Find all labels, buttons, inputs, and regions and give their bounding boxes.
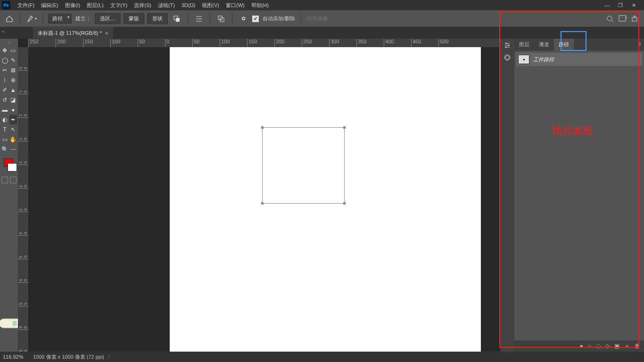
background-swatch[interactable] xyxy=(8,163,17,172)
canvas-area[interactable]: 2502001501005005010015020025030035040045… xyxy=(18,39,500,352)
styles-icon[interactable] xyxy=(504,54,511,61)
adjustments-icon[interactable] xyxy=(504,41,511,49)
menu-file[interactable]: 文件(F) xyxy=(14,1,38,10)
tab-layers[interactable]: 图层 xyxy=(514,39,534,51)
path-item[interactable]: 工作路径 xyxy=(516,53,642,66)
zoom-level[interactable]: 116.92% xyxy=(3,354,29,360)
stroke-path-icon[interactable]: ○ xyxy=(588,343,591,349)
search-icon[interactable] xyxy=(606,15,614,23)
svg-point-4 xyxy=(607,16,612,21)
new-path-icon[interactable]: ＋ xyxy=(624,342,630,350)
rectangle-path[interactable] xyxy=(262,127,345,204)
tab-channels[interactable]: 通道 xyxy=(534,39,554,51)
healing-tool[interactable]: ⊕ xyxy=(9,75,17,85)
menu-image[interactable]: 图像(I) xyxy=(62,1,83,10)
anchor-point[interactable] xyxy=(261,202,264,205)
menu-filter[interactable]: 滤镜(T) xyxy=(155,1,178,10)
auto-add-delete-label: 自动添加/删除 xyxy=(262,15,296,22)
rectangle-tool[interactable]: ▭ xyxy=(1,135,9,144)
maximize-icon[interactable]: ❐ xyxy=(617,2,624,8)
share-icon[interactable] xyxy=(632,15,638,23)
menu-3d[interactable]: 3D(D) xyxy=(178,1,198,9)
chevron-right-icon[interactable]: 〉 xyxy=(108,354,112,360)
fill-path-icon[interactable]: ● xyxy=(580,343,583,349)
path-align-icon[interactable] xyxy=(193,13,205,25)
dodge-tool[interactable]: ◐ xyxy=(1,115,9,124)
document-tab[interactable]: 未标题-1 @ 117%(RGB/8) * ✕ xyxy=(33,27,113,39)
workspace-switcher-icon[interactable] xyxy=(619,15,627,23)
crop-tool[interactable]: ✂ xyxy=(1,66,9,75)
color-swatches[interactable] xyxy=(1,157,17,174)
menu-type[interactable]: 文字(Y) xyxy=(107,1,131,10)
path-select-tool[interactable]: ↖ xyxy=(9,125,17,134)
delete-path-icon[interactable]: 🗑 xyxy=(635,343,640,349)
eyedropper-tool[interactable]: ⁞ xyxy=(1,75,9,85)
load-path-selection-icon[interactable]: ◌ xyxy=(596,343,601,349)
menubar: Ps 文件(F) 编辑(E) 图像(I) 图层(L) 文字(Y) 选择(S) 滤… xyxy=(0,0,644,10)
menu-help[interactable]: 帮助(H) xyxy=(248,1,272,10)
collapse-icon[interactable]: « xyxy=(2,29,4,34)
collapsed-panel-icons xyxy=(500,39,514,352)
add-mask-icon[interactable]: ▣ xyxy=(614,343,619,349)
make-selection-button[interactable]: 选区… xyxy=(95,13,121,24)
annotation-label: 路径面板 xyxy=(552,123,594,138)
path-arrange-icon[interactable] xyxy=(215,13,227,25)
toolbox-expand-handle[interactable]: » xyxy=(1,40,18,45)
zoom-tool[interactable]: 🔍 xyxy=(1,145,9,154)
close-tab-icon[interactable]: ✕ xyxy=(105,31,108,36)
path-item-name: 工作路径 xyxy=(533,56,554,63)
auto-add-delete-checkbox[interactable]: ✔ xyxy=(252,16,259,22)
menu-edit[interactable]: 编辑(E) xyxy=(38,1,62,10)
brush-tool[interactable]: ✐ xyxy=(1,85,9,95)
path-mode-dropdown[interactable]: 路径 xyxy=(48,14,72,24)
svg-point-10 xyxy=(506,43,507,44)
menu-select[interactable]: 选择(S) xyxy=(131,1,155,10)
status-bar: 116.92% 1000 像素 x 1000 像素 (72 ppi) 〉 xyxy=(0,352,644,362)
type-tool[interactable]: T xyxy=(1,125,9,134)
document-info[interactable]: 1000 像素 x 1000 像素 (72 ppi) xyxy=(33,354,104,361)
tab-paths[interactable]: 路径 xyxy=(554,39,574,51)
svg-point-11 xyxy=(508,45,510,46)
paths-panel-body: 工作路径 xyxy=(514,51,644,68)
svg-rect-1 xyxy=(176,18,180,22)
blur-tool[interactable]: ● xyxy=(9,105,17,115)
panel-menu-icon[interactable]: ≡ xyxy=(636,39,644,51)
anchor-point[interactable] xyxy=(343,126,346,129)
pen-tool-preview-icon[interactable]: ▾ xyxy=(25,13,38,25)
create-label: 建立： xyxy=(74,15,92,22)
align-edges-label: 对齐边缘 xyxy=(306,15,329,22)
anchor-point[interactable] xyxy=(261,126,264,129)
menu-layer[interactable]: 图层(L) xyxy=(83,1,107,10)
move-tool[interactable]: ✥ xyxy=(1,46,9,55)
quickmask-mode-icon[interactable] xyxy=(10,177,17,183)
ruler-vertical: 5 0 01 0 01 5 02 0 02 5 03 0 03 5 04 0 0… xyxy=(18,47,28,352)
menu-view[interactable]: 视图(V) xyxy=(198,1,223,10)
stamp-tool[interactable]: ▲ xyxy=(9,85,17,95)
pen-tool[interactable]: ✒ xyxy=(9,115,17,124)
minimize-icon[interactable]: — xyxy=(603,2,611,8)
anchor-point[interactable] xyxy=(343,202,346,205)
marquee-tool[interactable]: ▭ xyxy=(9,46,17,55)
gradient-tool[interactable]: ▬ xyxy=(1,105,9,115)
make-work-path-icon[interactable]: ◇ xyxy=(605,343,610,349)
svg-point-13 xyxy=(505,56,509,59)
edit-toolbar[interactable]: ⋯ xyxy=(9,145,17,154)
home-icon[interactable] xyxy=(4,13,15,25)
hand-tool[interactable]: ✋ xyxy=(9,135,17,144)
path-operations-icon[interactable] xyxy=(171,13,183,25)
eraser-tool[interactable]: ◪ xyxy=(9,95,17,105)
ruler-horizontal: 2502001501005005010015020025030035040045… xyxy=(28,39,500,47)
quick-select-tool[interactable]: ✎ xyxy=(9,56,17,65)
app-logo: Ps xyxy=(2,1,10,9)
make-mask-button[interactable]: 蒙版 xyxy=(124,13,144,24)
lasso-tool[interactable]: ◯ xyxy=(1,56,9,65)
close-icon[interactable]: ✕ xyxy=(630,2,637,8)
history-brush-tool[interactable]: ↺ xyxy=(1,95,9,105)
standard-mode-icon[interactable] xyxy=(1,177,8,183)
document-tab-title: 未标题-1 @ 117%(RGB/8) * xyxy=(38,30,102,37)
make-shape-button[interactable]: 形状 xyxy=(147,13,168,24)
gear-icon[interactable]: ✿ xyxy=(237,13,249,25)
frame-tool[interactable]: ⊠ xyxy=(9,66,17,75)
options-bar: ▾ 路径 建立： 选区… 蒙版 形状 ✿ ✔ 自动添加/删除 对齐边缘 xyxy=(0,10,644,27)
menu-window[interactable]: 窗口(W) xyxy=(223,1,248,10)
